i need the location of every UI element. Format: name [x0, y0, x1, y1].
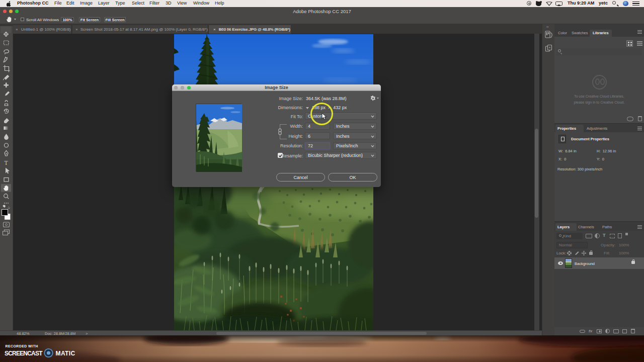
svg-text:RECORDED WITH: RECORDED WITH	[6, 344, 38, 348]
svg-text:MATIC: MATIC	[56, 350, 75, 357]
svg-text:SCREENCAST: SCREENCAST	[5, 350, 43, 357]
svg-text:T: T	[5, 159, 9, 166]
